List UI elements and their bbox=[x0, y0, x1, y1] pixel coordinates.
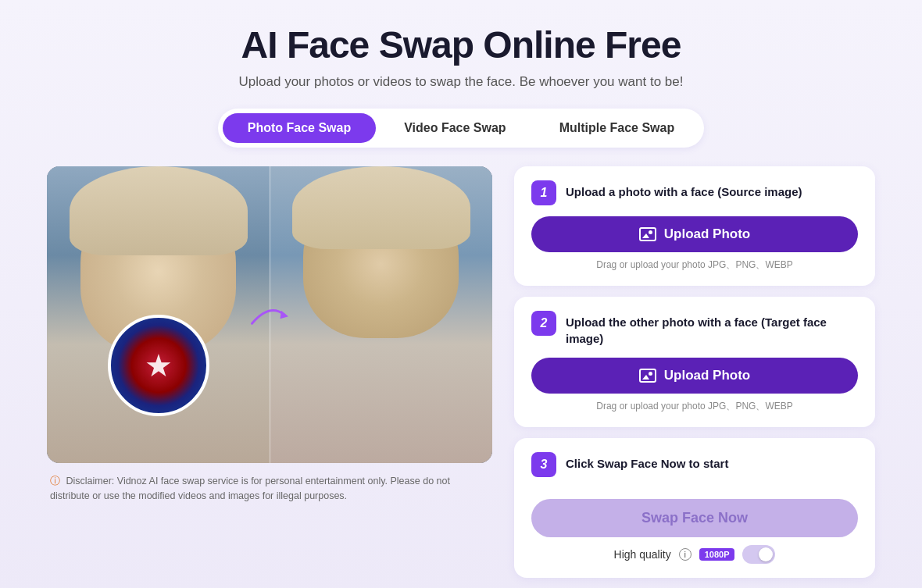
demo-right-image bbox=[270, 166, 492, 463]
step-2-badge: 2 bbox=[531, 311, 556, 336]
step-1-badge: 1 bbox=[531, 180, 556, 205]
step-2-header: 2 Upload the other photo with a face (Ta… bbox=[531, 311, 858, 347]
upload-target-label: Upload Photo bbox=[664, 368, 750, 383]
quality-badge: 1080P bbox=[699, 548, 735, 561]
swap-face-button[interactable]: Swap Face Now bbox=[531, 499, 858, 537]
cap-america-overlay: ★ bbox=[108, 315, 209, 416]
upload-icon-2 bbox=[639, 369, 656, 383]
upload-source-button[interactable]: Upload Photo bbox=[531, 216, 858, 252]
quality-toggle[interactable] bbox=[742, 545, 775, 564]
demo-left-image: ★ bbox=[47, 166, 270, 463]
upload-target-button[interactable]: Upload Photo bbox=[531, 358, 858, 394]
upload-icon-1 bbox=[639, 227, 656, 241]
main-title: AI Face Swap Online Free bbox=[47, 23, 875, 66]
svg-marker-0 bbox=[281, 311, 289, 319]
drag-hint-2: Drag or upload your photo JPG、PNG、WEBP bbox=[531, 400, 858, 413]
step-3-card: 3 Click Swap Face Now to start Swap Face… bbox=[514, 438, 875, 578]
image-demo: ★ bbox=[47, 166, 492, 463]
step-3-title: Click Swap Face Now to start bbox=[566, 452, 728, 472]
subtitle: Upload your photos or videos to swap the… bbox=[47, 74, 875, 90]
tabs-container: Photo Face Swap Video Face Swap Multiple… bbox=[47, 109, 875, 148]
step-3-header: 3 Click Swap Face Now to start bbox=[531, 452, 858, 477]
cap-star-icon: ★ bbox=[145, 347, 173, 383]
page: AI Face Swap Online Free Upload your pho… bbox=[0, 0, 922, 588]
quality-row: High quality i 1080P bbox=[531, 545, 858, 564]
drag-hint-1: Drag or upload your photo JPG、PNG、WEBP bbox=[531, 258, 858, 272]
disclaimer-icon: ⓘ bbox=[50, 476, 60, 486]
step-2-card: 2 Upload the other photo with a face (Ta… bbox=[514, 297, 875, 427]
step-1-header: 1 Upload a photo with a face (Source ima… bbox=[531, 180, 858, 205]
step-1-card: 1 Upload a photo with a face (Source ima… bbox=[514, 166, 875, 286]
quality-info-icon[interactable]: i bbox=[679, 548, 692, 561]
step-3-badge: 3 bbox=[531, 452, 556, 477]
header: AI Face Swap Online Free Upload your pho… bbox=[47, 23, 875, 90]
main-content: ★ ⓘ Disclaimer: Vidnoz AI face swap s bbox=[47, 166, 875, 578]
disclaimer: ⓘ Disclaimer: Vidnoz AI face swap servic… bbox=[47, 474, 492, 504]
tab-multiple[interactable]: Multiple Face Swap bbox=[534, 113, 700, 143]
step-1-title: Upload a photo with a face (Source image… bbox=[566, 180, 802, 200]
upload-source-label: Upload Photo bbox=[664, 226, 750, 242]
arrow-overlay bbox=[246, 299, 293, 330]
tab-photo[interactable]: Photo Face Swap bbox=[223, 113, 376, 143]
tabs: Photo Face Swap Video Face Swap Multiple… bbox=[218, 109, 704, 148]
target-face-bg bbox=[270, 166, 492, 463]
quality-label: High quality bbox=[614, 548, 671, 561]
right-panel: 1 Upload a photo with a face (Source ima… bbox=[514, 166, 875, 578]
left-panel: ★ ⓘ Disclaimer: Vidnoz AI face swap s bbox=[47, 166, 492, 504]
step-2-title: Upload the other photo with a face (Targ… bbox=[566, 311, 858, 347]
tab-video[interactable]: Video Face Swap bbox=[379, 113, 531, 143]
